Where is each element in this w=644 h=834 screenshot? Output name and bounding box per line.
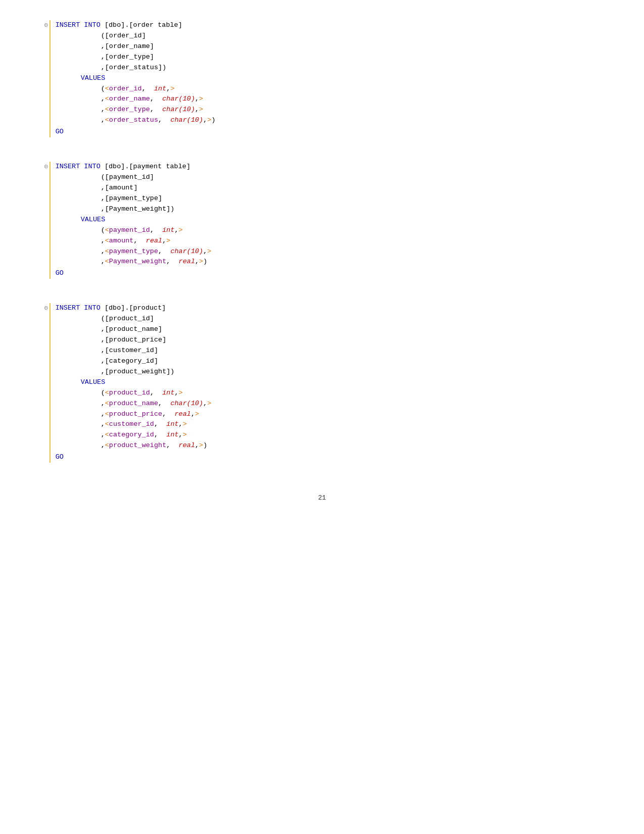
product-block: ⊝ INSERT INTO [dbo].[product] ([product_… [44,303,600,463]
go-2: GO [56,268,600,279]
expand-icon-3: ⊝ [44,304,48,314]
go-1: GO [56,127,600,137]
block2-header: INSERT INTO [dbo].[payment table] ([paym… [56,162,600,267]
expand-icon-1: ⊝ [44,21,48,31]
page-content: ⊝ INSERT INTO [dbo].[order table] ([orde… [44,20,600,513]
order-table-block: ⊝ INSERT INTO [dbo].[order table] ([orde… [44,20,600,137]
block1-header: INSERT INTO [dbo].[order table] ([order_… [56,20,600,126]
go-3: GO [56,452,600,463]
expand-icon-2: ⊝ [44,162,48,173]
payment-table-block: ⊝ INSERT INTO [dbo].[payment table] ([pa… [44,162,600,279]
block3-header: INSERT INTO [dbo].[product] ([product_id… [56,303,600,451]
page-number: 21 [44,493,600,513]
